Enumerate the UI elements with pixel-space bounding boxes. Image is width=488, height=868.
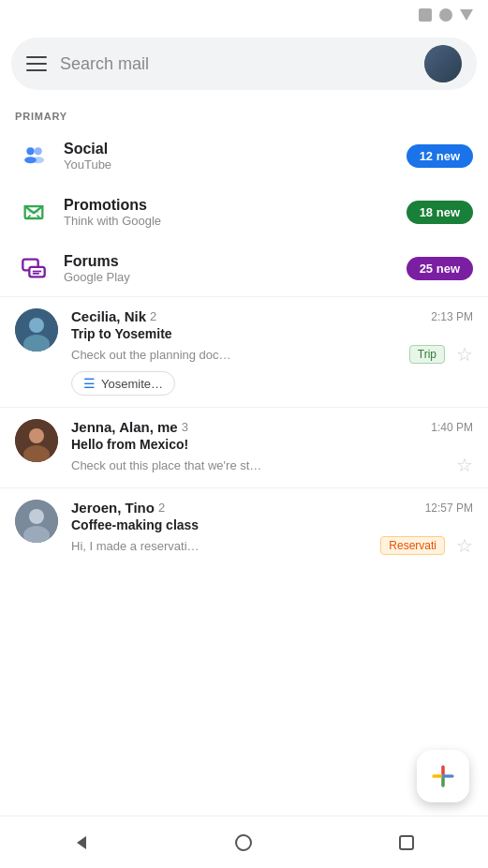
category-name-social: Social (64, 141, 407, 157)
doc-icon: ☰ (83, 376, 96, 391)
category-name-forums: Forums (64, 253, 407, 270)
star-button-e3[interactable]: ☆ (456, 534, 473, 557)
user-avatar[interactable] (424, 45, 462, 82)
email-time-e3: 12:57 PM (425, 501, 473, 515)
category-info-promotions: Promotions Think with Google (64, 197, 407, 228)
nav-recent-button[interactable] (393, 830, 420, 856)
menu-button[interactable] (26, 56, 47, 71)
category-name-promotions: Promotions (64, 197, 407, 214)
svg-rect-4 (28, 211, 39, 213)
attachment-label: Yosemite… (101, 377, 163, 391)
badge-promotions: 18 new (407, 201, 473, 224)
email-preview-row-e1: Check out the planning doc… Trip ☆ (71, 343, 473, 366)
promotions-icon (15, 193, 52, 231)
star-button-e2[interactable]: ☆ (456, 454, 473, 476)
email-content-e1: Cecilia, Nik 2 2:13 PM Trip to Yosemite … (71, 308, 473, 396)
badge-forums: 25 new (407, 257, 473, 280)
email-count-e1: 2 (150, 309, 156, 323)
category-row-promotions[interactable]: Promotions Think with Google 18 new (0, 184, 488, 240)
email-content-e3: Jeroen, Tino 2 12:57 PM Coffee-making cl… (71, 500, 473, 557)
section-primary-label: PRIMARY (0, 97, 488, 127)
email-header-e1: Cecilia, Nik 2 2:13 PM (71, 308, 473, 324)
category-row-forums[interactable]: Forums Google Play 25 new (0, 240, 488, 296)
email-time-e2: 1:40 PM (431, 421, 473, 434)
compose-fab[interactable] (417, 750, 469, 802)
categories-container: Social YouTube 12 new Promotions Think w… (0, 127, 488, 296)
search-input[interactable]: Search mail (60, 54, 424, 74)
hamburger-line-2 (26, 63, 47, 65)
svg-point-0 (26, 147, 34, 155)
status-bar (0, 0, 488, 30)
email-avatar-e2 (15, 419, 58, 462)
search-bar[interactable]: Search mail (11, 37, 477, 90)
svg-point-2 (35, 147, 42, 155)
svg-point-3 (32, 157, 44, 163)
email-tag-e1: Trip (409, 345, 445, 364)
status-icon-square (419, 8, 432, 22)
email-time-e1: 2:13 PM (431, 310, 473, 323)
emails-container: Cecilia, Nik 2 2:13 PM Trip to Yosemite … (0, 296, 488, 568)
email-sender-e2: Jenna, Alan, me 3 (71, 419, 188, 435)
svg-rect-26 (400, 836, 413, 849)
category-sub-social: YouTube (64, 157, 407, 172)
email-row-e2[interactable]: Jenna, Alan, me 3 1:40 PM Hello from Mex… (0, 407, 488, 487)
badge-social: 12 new (407, 144, 473, 168)
attachment-chip-e1[interactable]: ☰ Yosemite… (71, 371, 175, 396)
email-tag-e3: Reservati (380, 536, 445, 555)
email-sender-e3: Jeroen, Tino 2 (71, 500, 165, 516)
status-icon-circle (439, 8, 452, 22)
email-count-e2: 3 (182, 420, 188, 434)
svg-point-10 (29, 318, 44, 333)
forums-icon (15, 249, 52, 287)
email-preview-e1: Check out the planning doc… (71, 348, 402, 362)
back-icon (72, 833, 91, 852)
email-row-e1[interactable]: Cecilia, Nik 2 2:13 PM Trip to Yosemite … (0, 296, 488, 407)
category-info-social: Social YouTube (64, 141, 407, 172)
email-row-e3[interactable]: Jeroen, Tino 2 12:57 PM Coffee-making cl… (0, 487, 488, 568)
email-preview-row-e3: Hi, I made a reservati… Reservati ☆ (71, 534, 473, 557)
email-header-e2: Jenna, Alan, me 3 1:40 PM (71, 419, 473, 435)
svg-point-16 (29, 509, 44, 524)
svg-marker-24 (77, 836, 86, 849)
email-subject-e1: Trip to Yosemite (71, 326, 473, 341)
email-sender-e1: Cecilia, Nik 2 (71, 308, 156, 324)
email-preview-e2: Check out this place that we're st… (71, 458, 445, 472)
email-preview-row-e2: Check out this place that we're st… ☆ (71, 454, 473, 476)
category-info-forums: Forums Google Play (64, 253, 407, 284)
nav-home-button[interactable] (230, 830, 257, 856)
svg-point-25 (236, 835, 251, 850)
email-avatar-e3 (15, 500, 58, 543)
status-icon-triangle (460, 9, 473, 21)
hamburger-line-3 (26, 69, 47, 71)
email-content-e2: Jenna, Alan, me 3 1:40 PM Hello from Mex… (71, 419, 473, 476)
category-sub-forums: Google Play (64, 270, 407, 284)
home-icon (234, 833, 253, 852)
email-header-e3: Jeroen, Tino 2 12:57 PM (71, 500, 473, 516)
hamburger-line-1 (26, 56, 47, 58)
email-preview-e3: Hi, I made a reservati… (71, 539, 373, 553)
email-avatar-e1 (15, 308, 58, 352)
email-subject-e2: Hello from Mexico! (71, 437, 473, 452)
svg-point-13 (29, 428, 44, 443)
social-icon (15, 137, 52, 174)
category-row-social[interactable]: Social YouTube 12 new (0, 127, 488, 184)
email-subject-e3: Coffee-making class (71, 517, 473, 532)
email-count-e3: 2 (158, 501, 165, 515)
category-sub-promotions: Think with Google (64, 214, 407, 228)
nav-back-button[interactable] (68, 830, 95, 856)
recent-icon (397, 833, 416, 852)
compose-icon (430, 763, 456, 789)
bottom-nav (0, 816, 488, 868)
star-button-e1[interactable]: ☆ (456, 343, 473, 366)
